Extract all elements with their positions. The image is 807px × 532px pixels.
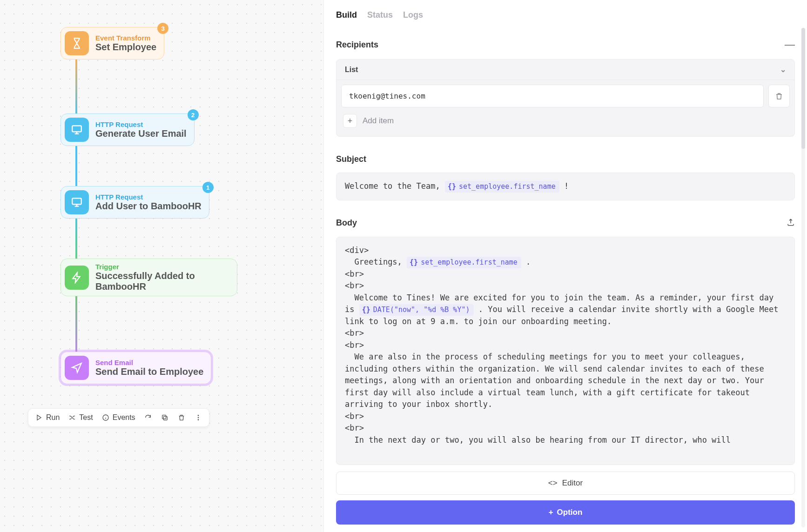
node-type-label: HTTP Request	[95, 193, 202, 201]
node-title-label: Successfully Added to BambooHR	[95, 271, 229, 292]
run-button[interactable]: Run	[35, 413, 60, 422]
node-trigger-success[interactable]: Trigger Successfully Added to BambooHR	[61, 259, 237, 296]
svg-rect-4	[162, 415, 166, 419]
workflow-canvas[interactable]: Event Transform Set Employee 3 HTTP Requ…	[0, 0, 324, 532]
delete-button[interactable]	[177, 413, 186, 422]
subject-input[interactable]: Welcome to the Team, set_employee.first_…	[336, 173, 795, 200]
node-badge: 1	[202, 182, 214, 193]
more-button[interactable]	[194, 413, 202, 422]
node-send-email-employee[interactable]: Send Email Send Email to Employee	[61, 352, 211, 384]
body-text: <div> Greetings,	[345, 246, 407, 267]
recipients-header: Recipients —	[336, 39, 795, 51]
node-badge: 2	[188, 109, 199, 120]
node-title-label: Add User to BambooHR	[95, 201, 202, 212]
test-label: Test	[79, 413, 93, 422]
node-type-label: Send Email	[95, 359, 203, 366]
recipients-title: Recipients	[336, 40, 378, 50]
info-icon	[101, 413, 110, 422]
more-vertical-icon	[194, 413, 202, 422]
node-type-label: Trigger	[95, 263, 229, 271]
node-add-user-bamboohr[interactable]: HTTP Request Add User to BambooHR 1	[61, 186, 209, 219]
svg-point-5	[198, 415, 199, 416]
node-generate-user-email[interactable]: HTTP Request Generate User Email 2	[61, 113, 195, 146]
body-variable-pill[interactable]: DATE("now", "%d %B %Y")	[359, 304, 474, 316]
node-type-label: HTTP Request	[95, 120, 187, 128]
scrollbar-thumb[interactable]	[801, 28, 805, 149]
play-icon	[35, 413, 43, 422]
add-recipient-row[interactable]: + Add item	[341, 112, 790, 130]
upload-icon	[787, 218, 795, 226]
recipient-input[interactable]: tkoenig@tines.com	[341, 85, 764, 107]
subject-variable-pill[interactable]: set_employee.first_name	[445, 181, 559, 193]
node-title-label: Send Email to Employee	[95, 366, 203, 377]
canvas-toolbar: Run Test Events	[28, 408, 209, 427]
add-option-button[interactable]: + Option	[336, 500, 795, 525]
bolt-icon	[65, 266, 89, 290]
option-label: Option	[557, 508, 583, 517]
node-title-label: Set Employee	[95, 42, 156, 53]
svg-rect-0	[72, 126, 81, 132]
svg-point-6	[198, 417, 199, 418]
editor-label: Editor	[562, 479, 583, 488]
node-title-label: Generate User Email	[95, 128, 187, 139]
body-header: Body	[336, 218, 795, 228]
trash-icon	[177, 413, 186, 422]
detail-tabs: Build Status Logs	[336, 10, 795, 20]
recipients-list: List ⌄ tkoenig@tines.com + Add item	[336, 59, 795, 137]
plus-button[interactable]: +	[343, 114, 357, 128]
chevron-down-icon: ⌄	[780, 65, 786, 74]
connector	[75, 56, 77, 121]
plus-icon: +	[549, 508, 553, 517]
test-button[interactable]: Test	[68, 413, 93, 422]
recipient-row: tkoenig@tines.com	[341, 85, 790, 107]
subject-header: Subject	[336, 154, 795, 164]
monitor-icon	[65, 190, 89, 214]
subject-text-prefix: Welcome to the Team,	[345, 181, 445, 191]
refresh-icon	[144, 413, 152, 422]
export-body-button[interactable]	[787, 218, 795, 228]
scrollbar[interactable]	[801, 28, 805, 527]
trash-icon	[775, 92, 783, 100]
shuffle-icon	[68, 413, 76, 422]
copy-icon	[161, 413, 169, 422]
body-title: Body	[336, 218, 357, 228]
refresh-button[interactable]	[144, 413, 152, 422]
svg-rect-3	[163, 416, 167, 420]
monitor-icon	[65, 118, 89, 142]
node-type-label: Event Transform	[95, 34, 156, 42]
subject-title: Subject	[336, 154, 366, 164]
run-label: Run	[46, 413, 60, 422]
node-set-employee[interactable]: Event Transform Set Employee 3	[61, 27, 164, 60]
subject-text-suffix: !	[564, 181, 569, 191]
events-label: Events	[113, 413, 135, 422]
events-button[interactable]: Events	[101, 413, 135, 422]
copy-button[interactable]	[161, 413, 169, 422]
add-item-label: Add item	[363, 116, 394, 126]
recipients-list-header[interactable]: List ⌄	[336, 60, 794, 80]
detail-panel: Build Status Logs Recipients — List ⌄ tk…	[324, 0, 807, 532]
body-variable-pill[interactable]: set_employee.first_name	[407, 257, 521, 268]
recipient-delete-button[interactable]	[768, 85, 790, 107]
svg-point-7	[198, 419, 199, 420]
tab-status[interactable]: Status	[367, 10, 393, 20]
body-editor[interactable]: <div> Greetings, set_employee.first_name…	[336, 237, 795, 466]
hourglass-icon	[65, 31, 89, 55]
send-icon	[65, 356, 89, 380]
svg-rect-1	[72, 198, 81, 204]
collapse-recipients-button[interactable]: —	[785, 39, 795, 51]
code-icon: <>	[548, 479, 558, 488]
tab-logs[interactable]: Logs	[403, 10, 423, 20]
node-badge: 3	[157, 23, 168, 34]
body-text: . You will receive a calendar invite sho…	[345, 305, 783, 445]
tab-build[interactable]: Build	[336, 10, 357, 20]
list-label: List	[345, 66, 358, 74]
open-editor-button[interactable]: <> Editor	[336, 472, 795, 495]
